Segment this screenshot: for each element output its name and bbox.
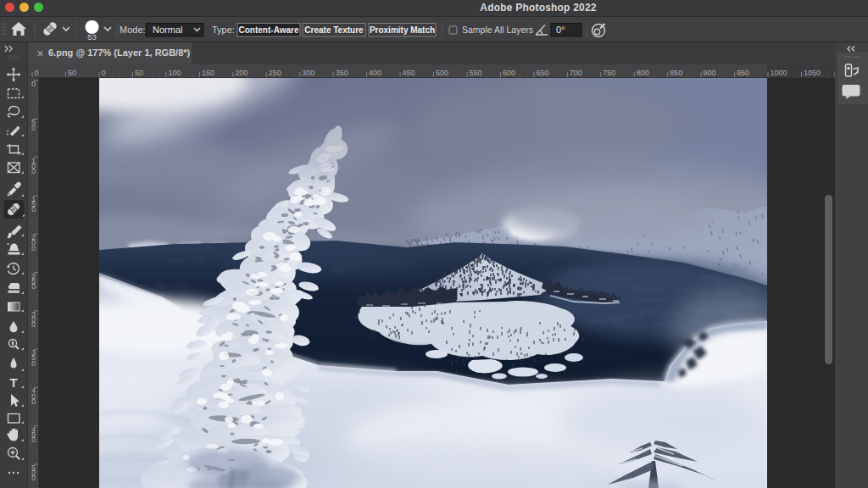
svg-text:900: 900 [704,69,716,77]
svg-text:50: 50 [68,69,76,77]
svg-text:0: 0 [31,124,36,132]
svg-text:0: 0 [35,69,39,77]
svg-text:Normal: Normal [153,25,182,35]
svg-text:T: T [9,375,17,390]
svg-text:100: 100 [168,69,181,77]
svg-text:50: 50 [135,69,143,77]
svg-text:0°: 0° [556,25,565,35]
svg-text:0: 0 [102,69,106,77]
svg-text:0: 0 [31,282,36,291]
svg-text:950: 950 [737,69,749,77]
svg-text:300: 300 [302,69,314,77]
svg-text:450: 450 [403,69,415,77]
svg-text:Content-Aware: Content-Aware [239,25,299,35]
svg-text:0: 0 [31,320,36,329]
svg-text:550: 550 [470,69,482,77]
svg-text:0: 0 [31,205,36,214]
svg-text:Create Texture: Create Texture [304,25,364,35]
svg-text:0: 0 [31,474,36,482]
svg-text:Mode:: Mode: [120,25,146,35]
svg-text:Sample All Layers: Sample All Layers [462,25,533,35]
svg-text:700: 700 [570,69,582,77]
svg-text:0: 0 [31,397,36,406]
svg-text:850: 850 [670,69,682,77]
svg-text:800: 800 [637,69,649,77]
svg-text:1000: 1000 [771,69,787,77]
svg-text:53: 53 [87,32,97,42]
svg-text:350: 350 [336,69,348,77]
svg-text:600: 600 [503,69,515,77]
svg-text:750: 750 [603,69,615,77]
svg-text:0: 0 [31,435,36,444]
svg-text:0: 0 [31,167,36,175]
svg-text:250: 250 [269,69,281,77]
svg-text:650: 650 [536,69,548,77]
svg-text:0: 0 [31,359,36,368]
svg-text:400: 400 [369,69,381,77]
svg-text:1050: 1050 [804,69,821,77]
svg-text:500: 500 [436,69,448,77]
svg-text:150: 150 [202,69,214,77]
svg-text:0: 0 [31,244,36,252]
svg-text:Type:: Type: [212,25,235,35]
svg-text:200: 200 [235,69,248,77]
svg-text:0: 0 [31,80,36,88]
svg-text:Proximity Match: Proximity Match [370,25,435,35]
